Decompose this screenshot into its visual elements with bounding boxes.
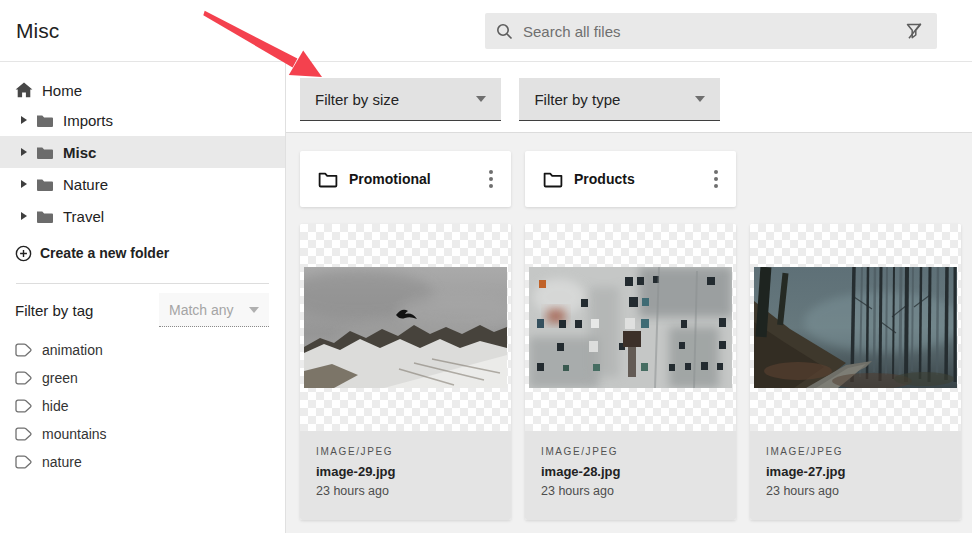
sidebar-item-nature[interactable]: Nature: [0, 168, 285, 200]
folder-icon: [36, 113, 53, 128]
filter-by-type-dropdown[interactable]: Filter by type: [519, 78, 720, 121]
clear-filters-button[interactable]: [903, 20, 926, 42]
asset-filename: image-28.jpg: [541, 464, 720, 479]
tag-item-mountains[interactable]: mountains: [0, 420, 285, 448]
asset-format: IMAGE/JPEG: [316, 446, 495, 457]
asset-card-image-28[interactable]: IMAGE/JPEG image-28.jpg 23 hours ago: [525, 224, 736, 520]
photo-bird-over-snowy-mountains: [304, 267, 507, 388]
chevron-down-icon: [476, 96, 486, 102]
expand-caret-icon[interactable]: [21, 180, 27, 188]
sidebar-item-home[interactable]: Home: [0, 76, 285, 104]
search-bar[interactable]: [485, 13, 937, 49]
tag-icon: [15, 371, 33, 385]
asset-format: IMAGE/JPEG: [766, 446, 945, 457]
tag-icon: [15, 399, 33, 413]
tag-match-mode-value: Match any: [169, 302, 234, 318]
create-folder-label: Create a new folder: [40, 245, 169, 261]
asset-card-image-29[interactable]: IMAGE/JPEG image-29.jpg 23 hours ago: [300, 224, 511, 520]
chevron-down-icon: [249, 307, 259, 313]
main-area: Filter by size Filter by type Promotiona…: [286, 62, 972, 533]
chevron-down-icon: [695, 96, 705, 102]
folder-icon: [36, 145, 53, 160]
asset-modified-time: 23 hours ago: [541, 484, 720, 498]
tag-icon: [15, 455, 33, 469]
folder-card-promotional[interactable]: Promotional: [300, 151, 511, 207]
tag-label: hide: [42, 398, 68, 414]
folder-menu-button[interactable]: [481, 164, 501, 194]
search-input[interactable]: [523, 23, 903, 40]
header: Misc: [0, 0, 972, 62]
folder-card-name: Promotional: [349, 171, 431, 187]
expand-caret-icon[interactable]: [21, 148, 27, 156]
sidebar-item-label: Nature: [63, 176, 108, 193]
tag-label: green: [42, 370, 78, 386]
search-icon: [496, 23, 513, 40]
filter-by-tag-heading: Filter by tag: [15, 302, 93, 319]
sidebar-item-travel[interactable]: Travel: [0, 200, 285, 232]
tag-label: animation: [42, 342, 103, 358]
sidebar-item-label: Imports: [63, 112, 113, 129]
tag-item-animation[interactable]: animation: [0, 336, 285, 364]
tag-label: mountains: [42, 426, 107, 442]
folder-menu-button[interactable]: [706, 164, 726, 194]
asset-filename: image-29.jpg: [316, 464, 495, 479]
tag-label: nature: [42, 454, 82, 470]
tag-icon: [15, 343, 33, 357]
filter-bar: Filter by size Filter by type: [286, 62, 972, 132]
sidebar-item-misc[interactable]: Misc: [0, 136, 285, 168]
folder-card-products[interactable]: Products: [525, 151, 736, 207]
tag-item-hide[interactable]: hide: [0, 392, 285, 420]
asset-meta: IMAGE/JPEG image-27.jpg 23 hours ago: [750, 431, 961, 520]
asset-meta: IMAGE/JPEG image-29.jpg 23 hours ago: [300, 431, 511, 520]
sidebar-item-label: Travel: [63, 208, 104, 225]
photo-foggy-forest-path: [754, 267, 957, 388]
asset-modified-time: 23 hours ago: [766, 484, 945, 498]
sidebar-item-label: Home: [42, 82, 82, 99]
tag-list: animation green hide mountains nature: [0, 336, 285, 476]
sidebar: Home Imports Misc Nature: [0, 62, 286, 533]
asset-card-image-27[interactable]: IMAGE/JPEG image-27.jpg 23 hours ago: [750, 224, 961, 520]
asset-thumbnail: [525, 224, 736, 431]
expand-caret-icon[interactable]: [21, 116, 27, 124]
page-title: Misc: [16, 19, 59, 43]
filter-by-size-label: Filter by size: [315, 91, 399, 108]
asset-modified-time: 23 hours ago: [316, 484, 495, 498]
home-icon: [15, 82, 33, 98]
asset-format: IMAGE/JPEG: [541, 446, 720, 457]
folder-icon: [36, 209, 53, 224]
expand-caret-icon[interactable]: [21, 212, 27, 220]
filter-by-size-dropdown[interactable]: Filter by size: [300, 78, 501, 121]
asset-grid: Promotional Products: [286, 132, 972, 533]
sidebar-item-imports[interactable]: Imports: [0, 104, 285, 136]
folder-icon: [36, 177, 53, 192]
tag-icon: [15, 427, 33, 441]
asset-filename: image-27.jpg: [766, 464, 945, 479]
plus-circle-icon: [15, 245, 32, 262]
photo-weathered-building-facade: [529, 267, 732, 388]
sidebar-divider: [16, 283, 269, 284]
tag-match-mode-select[interactable]: Match any: [159, 293, 269, 327]
asset-thumbnail: [300, 224, 511, 431]
folder-card-name: Products: [574, 171, 635, 187]
tag-item-green[interactable]: green: [0, 364, 285, 392]
tag-item-nature[interactable]: nature: [0, 448, 285, 476]
create-new-folder-button[interactable]: Create a new folder: [0, 239, 285, 267]
sidebar-item-label: Misc: [63, 144, 96, 161]
asset-meta: IMAGE/JPEG image-28.jpg 23 hours ago: [525, 431, 736, 520]
folder-outline-icon: [543, 171, 563, 188]
asset-thumbnail: [750, 224, 961, 431]
filter-off-icon: [905, 22, 924, 40]
folder-outline-icon: [318, 171, 338, 188]
filter-by-type-label: Filter by type: [534, 91, 620, 108]
